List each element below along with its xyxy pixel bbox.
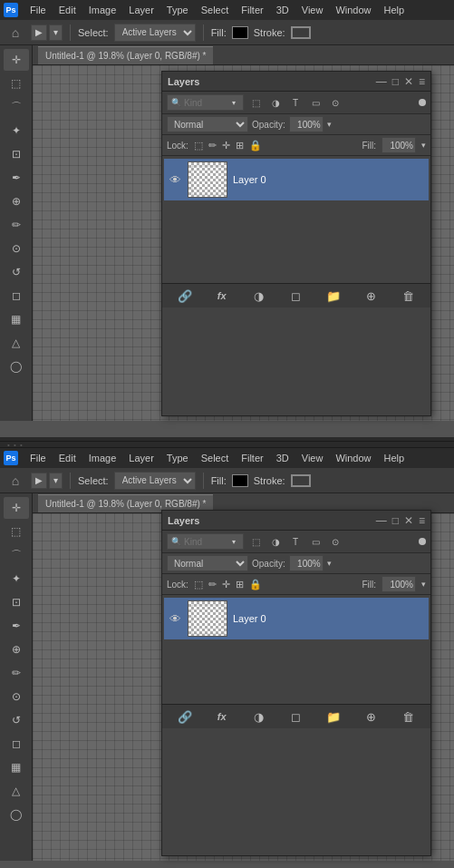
menu-help[interactable]: Help <box>382 3 408 17</box>
bottom-tool-magic-wand[interactable]: ✦ <box>4 568 29 590</box>
bottom-layers-menu[interactable]: ≡ <box>419 514 425 527</box>
bottom-menu-image[interactable]: Image <box>86 451 120 465</box>
top-tool-eyedropper[interactable]: ✒ <box>4 167 29 189</box>
fill-color-box[interactable] <box>232 26 248 39</box>
top-tool-eraser[interactable]: ◻ <box>4 285 29 307</box>
bottom-tool-select-rect[interactable]: ⬚ <box>4 521 29 542</box>
bottom-lock-position-icon[interactable]: ✛ <box>222 579 230 590</box>
top-layer-row-0[interactable]: 👁 Layer 0 <box>164 159 429 200</box>
top-tool-clone[interactable]: ⊙ <box>4 238 29 259</box>
top-mask-btn[interactable]: ◻ <box>286 287 306 305</box>
move-tool-btn[interactable]: ▶ <box>31 24 47 41</box>
top-lock-all-icon[interactable]: 🔒 <box>249 140 262 151</box>
bottom-filter-adjust-icon[interactable]: ◑ <box>267 533 284 550</box>
top-layers-minimize[interactable]: — <box>376 75 387 88</box>
top-select-dropdown[interactable]: Active Layers <box>114 24 196 42</box>
bottom-layers-minimize[interactable]: — <box>376 514 387 527</box>
top-opacity-input[interactable] <box>289 116 324 132</box>
top-lock-image-icon[interactable]: ✏ <box>208 140 217 151</box>
bottom-filter-dropdown-icon[interactable]: ▾ <box>232 538 236 546</box>
top-filter-adjust-icon[interactable]: ◑ <box>267 94 284 111</box>
menu-3d[interactable]: 3D <box>274 3 292 17</box>
menu-view[interactable]: View <box>299 3 326 17</box>
bottom-tool-gradient[interactable]: ▦ <box>4 756 29 778</box>
bottom-fill-color-box[interactable] <box>232 474 248 487</box>
bottom-tool-blur[interactable]: △ <box>4 780 29 802</box>
bottom-adjustment-btn[interactable]: ◑ <box>249 707 269 726</box>
bottom-fx-btn[interactable]: fx <box>212 707 232 726</box>
bottom-tool-dodge[interactable]: ◯ <box>4 804 29 825</box>
bottom-tool-eyedropper[interactable]: ✒ <box>4 615 29 637</box>
bottom-home-icon[interactable]: ⌂ <box>5 471 25 491</box>
top-filter-dropdown-icon[interactable]: ▾ <box>232 99 236 107</box>
bottom-menu-help[interactable]: Help <box>382 451 408 465</box>
top-delete-layer-btn[interactable]: 🗑 <box>398 287 418 305</box>
menu-file[interactable]: File <box>27 3 49 17</box>
top-lock-position-icon[interactable]: ✛ <box>222 140 230 151</box>
top-link-btn[interactable]: 🔗 <box>175 287 195 305</box>
top-fill-input[interactable] <box>382 137 416 153</box>
top-tool-history[interactable]: ↺ <box>4 261 29 283</box>
top-filter-kind-input[interactable] <box>184 98 229 108</box>
bottom-new-layer-btn[interactable]: ⊕ <box>361 707 381 726</box>
top-filter-smart-icon[interactable]: ⊙ <box>327 94 343 111</box>
bottom-menu-type[interactable]: Type <box>164 451 191 465</box>
top-canvas-tab[interactable]: Untitled-1 @ 19.8% (Layer 0, RGB/8#) * <box>38 46 213 64</box>
top-new-layer-btn[interactable]: ⊕ <box>361 287 381 305</box>
top-layers-expand[interactable]: □ <box>392 75 399 88</box>
bottom-menu-3d[interactable]: 3D <box>274 451 292 465</box>
top-opacity-arrow[interactable]: ▾ <box>327 120 332 129</box>
bottom-fill-input[interactable] <box>382 576 416 592</box>
bottom-blend-select[interactable]: Normal <box>167 555 248 571</box>
bottom-tool-move[interactable]: ✛ <box>4 497 29 519</box>
bottom-group-btn[interactable]: 📁 <box>324 707 343 726</box>
bottom-menu-filter[interactable]: Filter <box>238 451 266 465</box>
bottom-mask-btn[interactable]: ◻ <box>286 707 306 726</box>
top-tool-dodge[interactable]: ◯ <box>4 356 29 377</box>
bottom-menu-select[interactable]: Select <box>198 451 232 465</box>
bottom-arrow-dropdown-btn[interactable]: ▾ <box>49 473 63 489</box>
top-tool-lasso[interactable]: ⌒ <box>4 96 29 118</box>
bottom-move-tool-btn[interactable]: ▶ <box>31 473 47 489</box>
bottom-filter-shape-icon[interactable]: ▭ <box>307 533 324 550</box>
bottom-layer-eye-icon[interactable]: 👁 <box>168 612 182 626</box>
bottom-lock-image-icon[interactable]: ✏ <box>208 579 217 590</box>
top-layers-menu[interactable]: ≡ <box>419 75 425 88</box>
home-icon[interactable]: ⌂ <box>5 23 25 43</box>
bottom-menu-layer[interactable]: Layer <box>126 451 157 465</box>
bottom-filter-pixel-icon[interactable]: ⬚ <box>247 533 264 550</box>
top-adjustment-btn[interactable]: ◑ <box>249 287 269 305</box>
menu-window[interactable]: Window <box>333 3 373 17</box>
bottom-lock-all-icon[interactable]: 🔒 <box>249 579 262 590</box>
top-tool-crop[interactable]: ⊡ <box>4 143 29 165</box>
menu-filter[interactable]: Filter <box>238 3 266 17</box>
bottom-filter-text-icon[interactable]: T <box>287 533 304 550</box>
top-lock-transparent-icon[interactable]: ⬚ <box>194 140 203 151</box>
bottom-opacity-input[interactable] <box>289 555 324 571</box>
bottom-tool-eraser[interactable]: ◻ <box>4 733 29 755</box>
top-tool-move[interactable]: ✛ <box>4 49 29 71</box>
bottom-link-btn[interactable]: 🔗 <box>175 707 195 726</box>
top-tool-brush[interactable]: ✏ <box>4 214 29 236</box>
bottom-layers-close[interactable]: ✕ <box>404 514 413 527</box>
top-filter-shape-icon[interactable]: ▭ <box>307 94 324 111</box>
menu-type[interactable]: Type <box>164 3 191 17</box>
bottom-stroke-box[interactable] <box>291 474 311 487</box>
bottom-layer-row-0[interactable]: 👁 Layer 0 <box>164 598 429 639</box>
top-fx-btn[interactable]: fx <box>212 287 232 305</box>
top-fill-arrow[interactable]: ▾ <box>421 141 426 150</box>
top-layers-close[interactable]: ✕ <box>404 75 413 88</box>
bottom-lock-artboard-icon[interactable]: ⊞ <box>236 579 244 590</box>
bottom-tool-lasso[interactable]: ⌒ <box>4 544 29 566</box>
bottom-menu-file[interactable]: File <box>27 451 49 465</box>
top-lock-artboard-icon[interactable]: ⊞ <box>236 140 244 151</box>
menu-layer[interactable]: Layer <box>126 3 157 17</box>
top-tool-magic-wand[interactable]: ✦ <box>4 120 29 141</box>
bottom-lock-transparent-icon[interactable]: ⬚ <box>194 579 203 590</box>
bottom-delete-layer-btn[interactable]: 🗑 <box>398 707 418 726</box>
bottom-select-dropdown[interactable]: Active Layers <box>114 472 196 490</box>
bottom-menu-edit[interactable]: Edit <box>56 451 79 465</box>
top-tool-select-rect[interactable]: ⬚ <box>4 73 29 94</box>
top-filter-text-icon[interactable]: T <box>287 94 304 111</box>
top-tool-blur[interactable]: △ <box>4 332 29 354</box>
